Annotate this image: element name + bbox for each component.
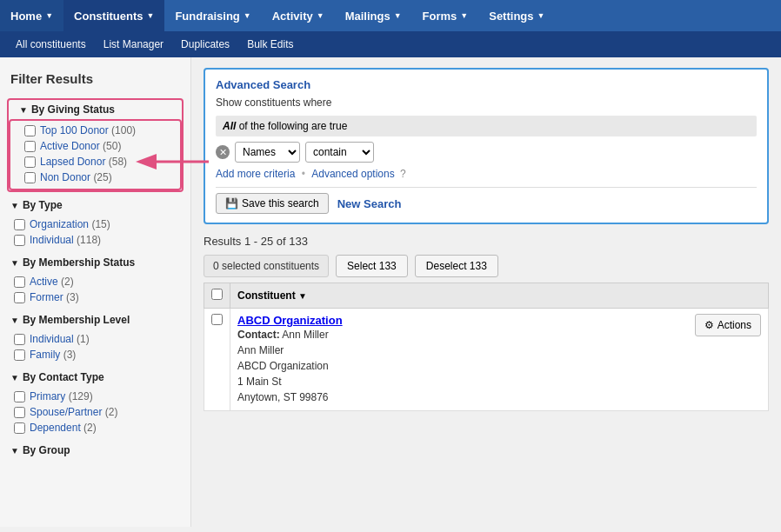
subnav-all-constituents[interactable]: All constituents bbox=[7, 31, 95, 57]
list-item: Individual (1) bbox=[14, 331, 180, 347]
save-search-button[interactable]: 💾 Save this search bbox=[216, 193, 329, 214]
type-individual-count: (118) bbox=[77, 234, 101, 246]
gear-icon: ⚙ bbox=[704, 319, 714, 331]
contact-dependent-link[interactable]: Dependent bbox=[30, 422, 81, 434]
giving-lapsed-count: (58) bbox=[109, 156, 127, 168]
giving-non-checkbox[interactable] bbox=[24, 172, 36, 183]
memlevel-family-link[interactable]: Family bbox=[30, 349, 60, 361]
memlevel-individual-link[interactable]: Individual bbox=[30, 333, 74, 345]
memstatus-former-checkbox[interactable] bbox=[14, 292, 25, 303]
help-icon: ? bbox=[400, 168, 406, 180]
constituents-table: Constituent ▼ ABCD Organization bbox=[204, 283, 769, 411]
giving-active-checkbox[interactable] bbox=[24, 141, 36, 152]
filter-giving-status: ▼ By Giving Status Top 100 Donor (100) A… bbox=[7, 98, 184, 192]
advanced-search-panel: Advanced Search Show constituents where … bbox=[204, 68, 769, 224]
subnav-list-manager[interactable]: List Manager bbox=[95, 31, 172, 57]
select-all-checkbox[interactable] bbox=[211, 289, 223, 300]
new-search-button[interactable]: New Search bbox=[337, 197, 402, 210]
list-item: Spouse/Partner (2) bbox=[14, 404, 180, 420]
nav-fundraising[interactable]: Fundraising ▼ bbox=[164, 0, 261, 31]
results-info: Results 1 - 25 of 133 bbox=[204, 235, 769, 248]
deselect-all-button[interactable]: Deselect 133 bbox=[415, 255, 498, 277]
contact-dependent-checkbox[interactable] bbox=[14, 422, 25, 434]
constituent-name-link[interactable]: ABCD Organization bbox=[237, 314, 343, 327]
contact-primary-link[interactable]: Primary bbox=[30, 390, 65, 402]
subnav-duplicates[interactable]: Duplicates bbox=[172, 31, 238, 57]
nav-settings[interactable]: Settings ▼ bbox=[478, 0, 555, 31]
filter-type-header[interactable]: ▼ By Type bbox=[0, 196, 190, 215]
nav-activity[interactable]: Activity ▼ bbox=[262, 0, 335, 31]
giving-top100-link[interactable]: Top 100 Donor bbox=[40, 124, 109, 136]
filter-group-header[interactable]: ▼ By Group bbox=[0, 441, 190, 460]
nav-activity-caret: ▼ bbox=[317, 11, 324, 20]
search-links: Add more criteria • Advanced options ? bbox=[216, 168, 757, 180]
nav-fundraising-caret: ▼ bbox=[244, 11, 251, 20]
list-item: Individual (118) bbox=[14, 232, 180, 248]
nav-mailings-caret: ▼ bbox=[394, 11, 402, 20]
nav-forms-caret: ▼ bbox=[460, 11, 468, 20]
memlevel-family-checkbox[interactable] bbox=[14, 349, 25, 361]
filter-contact-type-header[interactable]: ▼ By Contact Type bbox=[0, 368, 190, 387]
memlevel-individual-checkbox[interactable] bbox=[14, 334, 25, 345]
filter-giving-status-header[interactable]: ▼ By Giving Status bbox=[9, 100, 182, 119]
constituent-column-header[interactable]: Constituent ▼ bbox=[230, 283, 769, 309]
giving-active-count: (50) bbox=[103, 140, 121, 152]
giving-lapsed-link[interactable]: Lapsed Donor bbox=[40, 156, 105, 168]
list-item: Primary (129) bbox=[14, 389, 180, 404]
type-org-checkbox[interactable] bbox=[14, 219, 25, 230]
subnav-bulk-edits[interactable]: Bulk Edits bbox=[238, 31, 302, 57]
remove-criteria-button[interactable]: ✕ bbox=[216, 145, 230, 159]
selected-count-label: 0 selected constituents bbox=[204, 255, 329, 277]
contact-primary-checkbox[interactable] bbox=[14, 391, 25, 402]
giving-active-link[interactable]: Active Donor bbox=[40, 140, 100, 152]
criteria-operator-select[interactable]: contain equal start with is blank bbox=[305, 142, 374, 163]
memstatus-former-count: (3) bbox=[66, 291, 79, 303]
nav-forms[interactable]: Forms ▼ bbox=[412, 0, 479, 31]
contact-dependent-count: (2) bbox=[83, 422, 97, 434]
criteria-field-select[interactable]: Names Email Phone Address bbox=[235, 142, 300, 163]
constituent-details: Contact: Ann Miller Ann Miller ABCD Orga… bbox=[237, 327, 343, 405]
type-individual-checkbox[interactable] bbox=[14, 235, 25, 246]
giving-top100-checkbox[interactable] bbox=[24, 125, 36, 136]
select-all-button[interactable]: Select 133 bbox=[336, 255, 408, 277]
memstatus-former-link[interactable]: Former bbox=[30, 291, 63, 303]
list-item: Active Donor (50) bbox=[24, 138, 170, 154]
contact-spouse-link[interactable]: Spouse/Partner bbox=[30, 406, 102, 418]
filter-type-items: Organization (15) Individual (118) bbox=[0, 215, 190, 251]
advanced-search-subtitle: Show constituents where bbox=[216, 96, 757, 109]
list-item: Family (3) bbox=[14, 347, 180, 362]
filter-membership-level: ▼ By Membership Level Individual (1) Fam… bbox=[0, 310, 190, 366]
type-org-link[interactable]: Organization bbox=[30, 218, 89, 230]
type-individual-link[interactable]: Individual bbox=[30, 234, 74, 246]
chevron-down-icon: ▼ bbox=[10, 446, 19, 456]
contact-spouse-count: (2) bbox=[105, 406, 118, 418]
filter-membership-status-header[interactable]: ▼ By Membership Status bbox=[0, 253, 190, 272]
chevron-down-icon: ▼ bbox=[19, 105, 28, 115]
advanced-search-title: Advanced Search bbox=[216, 78, 757, 91]
filter-contact-type-items: Primary (129) Spouse/Partner (2) Depende… bbox=[0, 387, 190, 439]
nav-home[interactable]: Home ▼ bbox=[0, 0, 63, 31]
main-layout: Filter Results ▼ By Giving Status Top 10… bbox=[0, 57, 781, 527]
filter-membership-status: ▼ By Membership Status Active (2) Former… bbox=[0, 253, 190, 309]
type-org-count: (15) bbox=[91, 218, 110, 230]
nav-constituents-caret: ▼ bbox=[147, 11, 155, 20]
advanced-options-link[interactable]: Advanced options bbox=[311, 168, 394, 180]
row-select-checkbox[interactable] bbox=[211, 314, 223, 325]
memstatus-active-link[interactable]: Active bbox=[30, 276, 58, 288]
add-more-criteria-link[interactable]: Add more criteria bbox=[216, 168, 295, 180]
nav-settings-caret: ▼ bbox=[537, 11, 545, 20]
nav-mailings[interactable]: Mailings ▼ bbox=[335, 0, 412, 31]
giving-lapsed-checkbox[interactable] bbox=[24, 156, 36, 168]
chevron-down-icon: ▼ bbox=[10, 373, 19, 382]
memstatus-active-count: (2) bbox=[61, 276, 74, 288]
table-row: ABCD Organization Contact: Ann Miller An… bbox=[204, 309, 769, 411]
select-all-checkbox-header bbox=[204, 283, 230, 309]
nav-constituents[interactable]: Constituents ▼ bbox=[63, 0, 164, 31]
row-checkbox-cell bbox=[204, 309, 230, 411]
actions-button[interactable]: ⚙ Actions bbox=[695, 314, 761, 336]
filter-membership-level-header[interactable]: ▼ By Membership Level bbox=[0, 310, 190, 329]
contact-primary-count: (129) bbox=[69, 390, 93, 402]
memstatus-active-checkbox[interactable] bbox=[14, 276, 25, 288]
giving-non-link[interactable]: Non Donor bbox=[40, 171, 90, 183]
contact-spouse-checkbox[interactable] bbox=[14, 407, 25, 418]
